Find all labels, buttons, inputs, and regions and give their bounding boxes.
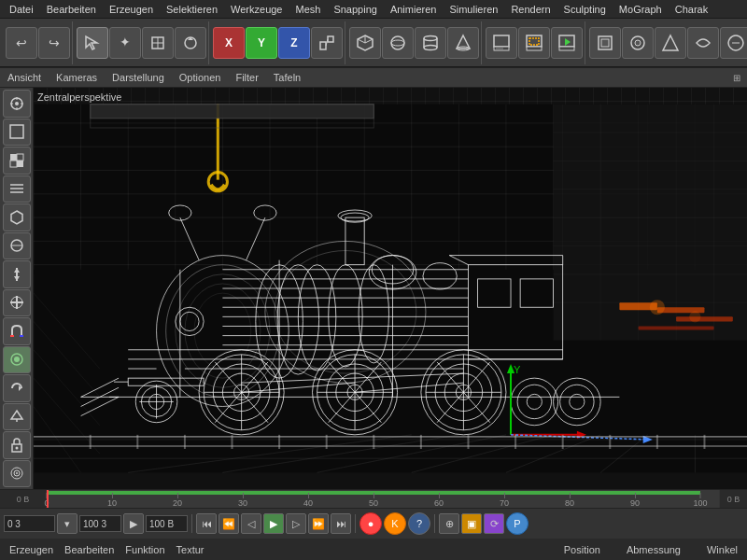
rotate-tool-button[interactable] xyxy=(175,27,206,59)
menu-snapping[interactable]: Snapping xyxy=(328,3,383,16)
menu-animieren[interactable]: Animieren xyxy=(385,3,443,16)
svg-rect-46 xyxy=(10,161,17,167)
checker-icon xyxy=(8,152,25,169)
move-tl-btn[interactable]: ⊕ xyxy=(439,513,459,534)
cone-button[interactable] xyxy=(447,27,479,59)
sphere-button[interactable] xyxy=(382,27,414,59)
view-optionen[interactable]: Optionen xyxy=(176,70,225,85)
timeline-playhead[interactable] xyxy=(47,490,49,508)
render-region-button[interactable] xyxy=(518,27,550,59)
timeline-mark-60: 60 xyxy=(434,493,444,508)
shape1-button[interactable] xyxy=(589,27,621,59)
left-sidebar xyxy=(0,88,34,489)
shape3-button[interactable] xyxy=(655,27,686,59)
menu-simulieren[interactable]: Simulieren xyxy=(444,3,503,16)
record-btn[interactable]: ● xyxy=(359,512,382,535)
timeline-mark-40: 40 xyxy=(303,493,313,508)
sidebar-box-btn[interactable] xyxy=(3,119,31,147)
svg-rect-6 xyxy=(320,42,326,49)
y-axis-button[interactable]: Y xyxy=(246,27,277,59)
param-tl-btn[interactable]: P xyxy=(506,512,529,535)
sidebar-plus-btn[interactable] xyxy=(3,289,31,317)
view-icon xyxy=(8,95,25,112)
view-tafeln[interactable]: Tafeln xyxy=(270,70,304,85)
sidebar-lock-btn[interactable] xyxy=(3,431,31,459)
view-expand-button[interactable]: ⊞ xyxy=(730,71,743,84)
move-tool-button[interactable]: ✦ xyxy=(109,27,141,59)
svg-point-33 xyxy=(635,40,641,46)
shape5-button[interactable] xyxy=(720,27,747,59)
current-frame-input[interactable] xyxy=(4,515,55,532)
bottom-funktion[interactable]: Funktion xyxy=(121,543,168,556)
view-darstellung[interactable]: Darstellung xyxy=(108,70,168,85)
sidebar-magnet-btn[interactable] xyxy=(3,317,31,345)
menu-mograph[interactable]: MoGraph xyxy=(613,3,668,16)
interactive-render-button[interactable] xyxy=(551,27,583,59)
bottom-textur[interactable]: Textur xyxy=(173,543,208,556)
bottom-erzeugen[interactable]: Erzeugen xyxy=(6,543,57,556)
sidebar-layers-btn[interactable] xyxy=(3,175,31,203)
sidebar-circle-btn[interactable] xyxy=(3,232,31,260)
sidebar-hex-btn[interactable] xyxy=(3,203,31,231)
transform-mode-button[interactable] xyxy=(311,27,343,59)
rot-tl-btn[interactable]: ⟳ xyxy=(484,513,504,534)
timeline-frame-start: 0 B xyxy=(0,490,47,508)
viewport[interactable]: Zentralperspektive xyxy=(34,88,747,489)
max-frames-input[interactable] xyxy=(146,515,188,532)
bottom-position[interactable]: Position xyxy=(560,543,604,556)
cylinder-button[interactable] xyxy=(415,27,446,59)
bottom-winkel[interactable]: Winkel xyxy=(703,543,741,556)
next-frame-btn[interactable]: ⏩ xyxy=(308,513,329,534)
select-tool-button[interactable] xyxy=(77,27,108,59)
menu-erzeugen[interactable]: Erzeugen xyxy=(104,3,159,16)
menu-sculpting[interactable]: Sculpting xyxy=(558,3,612,16)
sidebar-rotate-btn[interactable] xyxy=(3,374,31,402)
help-btn[interactable]: ? xyxy=(408,512,430,535)
sidebar-target-btn[interactable] xyxy=(3,460,31,488)
menu-datei[interactable]: Datei xyxy=(4,3,39,16)
menu-charak[interactable]: Charak xyxy=(669,3,713,16)
frame-rate-input[interactable] xyxy=(79,515,121,532)
play-btn[interactable]: ▶ xyxy=(263,513,284,534)
layers-icon xyxy=(8,180,25,197)
render-button[interactable] xyxy=(486,27,517,59)
go-to-end-btn[interactable]: ⏭ xyxy=(331,513,351,534)
x-axis-button[interactable]: X xyxy=(213,27,245,59)
sidebar-active-btn[interactable] xyxy=(3,346,31,374)
svg-text:Y: Y xyxy=(514,364,521,375)
bottom-left-group: Erzeugen Bearbeiten Funktion Textur xyxy=(6,543,207,556)
scale-tool-button[interactable] xyxy=(142,27,174,59)
svg-rect-43 xyxy=(10,154,17,161)
menu-selektieren[interactable]: Selektieren xyxy=(161,3,223,16)
timeline-dropdown-btn[interactable]: ▾ xyxy=(57,513,78,534)
shape2-button[interactable] xyxy=(622,27,654,59)
go-to-start-btn[interactable]: ⏮ xyxy=(196,513,217,534)
undo-button[interactable]: ↩ xyxy=(6,27,37,59)
timeline-ruler[interactable]: 0 B 0 10 20 30 40 50 60 70 80 90 100 0 B xyxy=(0,490,747,509)
magnet-icon xyxy=(8,323,25,340)
menu-rendern[interactable]: Rendern xyxy=(505,3,556,16)
bottom-abmessung[interactable]: Abmessung xyxy=(623,543,684,556)
shape4-button[interactable] xyxy=(687,27,719,59)
view-kameras[interactable]: Kameras xyxy=(52,70,101,85)
keyframe-btn[interactable]: K xyxy=(384,512,406,535)
redo-button[interactable]: ↪ xyxy=(38,27,70,59)
timeline-arrow-btn[interactable]: ▶ xyxy=(123,513,144,534)
sidebar-checker-btn[interactable] xyxy=(3,147,31,175)
sidebar-up-btn[interactable] xyxy=(3,403,31,431)
menu-werkzeuge[interactable]: Werkzeuge xyxy=(225,3,288,16)
timeline: 0 B 0 10 20 30 40 50 60 70 80 90 100 0 B… xyxy=(0,489,747,538)
sidebar-arrow-btn[interactable] xyxy=(3,260,31,288)
prev-frame-btn[interactable]: ⏪ xyxy=(218,513,239,534)
menu-mesh[interactable]: Mesh xyxy=(289,3,326,16)
play-forward-btn[interactable]: ▷ xyxy=(286,513,306,534)
bottom-bearbeiten[interactable]: Bearbeiten xyxy=(61,543,118,556)
scale-tl-btn[interactable]: ▣ xyxy=(461,513,482,534)
view-filter[interactable]: Filter xyxy=(232,70,261,85)
menu-bearbeiten[interactable]: Bearbeiten xyxy=(41,3,102,16)
view-ansicht[interactable]: Ansicht xyxy=(4,70,45,85)
cube-button[interactable] xyxy=(349,27,381,59)
play-back-btn[interactable]: ◁ xyxy=(241,513,261,534)
sidebar-view-btn[interactable] xyxy=(3,90,31,118)
z-axis-button[interactable]: Z xyxy=(278,27,310,59)
